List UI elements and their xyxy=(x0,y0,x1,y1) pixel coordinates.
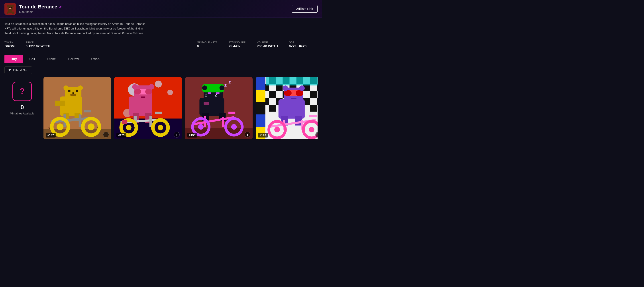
svg-rect-70 xyxy=(216,92,220,94)
nft-171-number: #171 xyxy=(116,133,126,138)
svg-point-80 xyxy=(231,124,237,130)
filter-bar: Filter & Sort xyxy=(0,63,322,77)
svg-rect-9 xyxy=(9,8,11,9)
tab-buy[interactable]: Buy xyxy=(4,55,23,63)
nft-cards-container: 𝓎 𝓎 xyxy=(44,77,318,139)
svg-rect-17 xyxy=(78,86,83,90)
stat-price-value: 0.131102 WETH xyxy=(26,44,50,48)
filter-icon xyxy=(8,68,11,72)
svg-rect-5 xyxy=(7,12,8,14)
svg-text:z: z xyxy=(224,82,227,88)
stat-mintable-value: 0 xyxy=(197,44,217,48)
svg-rect-44 xyxy=(132,84,138,90)
svg-rect-69 xyxy=(208,92,211,94)
svg-point-31 xyxy=(88,124,94,130)
svg-rect-43 xyxy=(145,89,152,94)
stat-staking: Staking APR 25.44% xyxy=(228,41,246,48)
svg-point-37 xyxy=(168,90,173,95)
svg-rect-20 xyxy=(70,94,76,96)
stat-volume-label: Volume xyxy=(257,41,278,44)
svg-rect-56 xyxy=(155,112,162,114)
svg-point-131 xyxy=(309,127,314,132)
stat-token-value: DROM xyxy=(4,44,15,48)
stat-staking-value: 25.44% xyxy=(228,44,246,48)
stat-volume-value: 730.48 WETH xyxy=(257,44,278,48)
mintable-icon-box: ? xyxy=(12,82,32,101)
svg-rect-32 xyxy=(84,110,91,112)
affiliate-link-button[interactable]: Affiliate Link xyxy=(292,5,318,13)
stat-token-label: Token xyxy=(4,41,15,44)
stat-token: Token DROM xyxy=(4,41,15,48)
stat-gbt: GBT 0x79...0e23 xyxy=(289,41,306,48)
svg-rect-81 xyxy=(228,112,235,114)
filter-sort-button[interactable]: Filter & Sort xyxy=(4,66,32,74)
svg-point-29 xyxy=(56,124,64,130)
nft-card-190[interactable]: z z 2 2 xyxy=(185,77,252,139)
tab-swap[interactable]: Swap xyxy=(85,55,106,63)
nft-card-193[interactable]: #193 i xyxy=(256,77,318,139)
svg-rect-67 xyxy=(202,86,207,90)
svg-rect-45 xyxy=(149,84,154,90)
svg-point-53 xyxy=(126,125,132,130)
svg-rect-27 xyxy=(79,114,82,127)
svg-point-78 xyxy=(198,124,204,130)
svg-rect-6 xyxy=(12,12,14,14)
mintable-label: Mintables Available xyxy=(10,112,34,115)
svg-rect-18 xyxy=(68,90,70,92)
svg-rect-19 xyxy=(76,90,78,92)
stat-volume: Volume 730.48 WETH xyxy=(257,41,278,48)
svg-rect-132 xyxy=(309,115,317,117)
svg-rect-4 xyxy=(8,10,12,13)
stat-mintable-label: Mintable NFTs xyxy=(197,41,217,44)
mintable-count: 0 xyxy=(20,104,24,111)
svg-point-129 xyxy=(274,127,280,132)
tab-stake[interactable]: Stake xyxy=(41,55,62,63)
tab-borrow[interactable]: Borrow xyxy=(62,55,85,63)
svg-point-36 xyxy=(155,81,162,88)
stat-price-label: Price xyxy=(26,41,50,44)
svg-rect-71 xyxy=(204,102,209,105)
svg-rect-42 xyxy=(134,89,141,94)
stat-gbt-value: 0x79...0e23 xyxy=(289,44,306,48)
items-count: 6900 Items xyxy=(19,10,62,14)
nft-card-171[interactable]: #171 i xyxy=(114,77,182,139)
filter-sort-label: Filter & Sort xyxy=(13,68,28,72)
stat-mintable: Mintable NFTs 0 xyxy=(197,41,217,48)
svg-rect-97 xyxy=(310,91,317,98)
tab-sell[interactable]: Sell xyxy=(23,55,41,63)
collection-avatar xyxy=(4,3,16,15)
svg-rect-109 xyxy=(256,77,266,90)
tab-bar: Buy Sell Stake Borrow Swap xyxy=(0,51,322,63)
svg-text:2: 2 xyxy=(205,93,207,98)
stats-row: Token DROM Price 0.131102 WETH Mintable … xyxy=(0,38,322,51)
svg-rect-110 xyxy=(256,90,266,102)
collection-title: Tour de Berance ✔ xyxy=(19,4,62,10)
nft-grid-area: ? 0 Mintables Available 𝓎 𝓎 xyxy=(0,77,322,144)
svg-rect-16 xyxy=(64,86,68,90)
mintable-card: ? 0 Mintables Available xyxy=(4,77,40,120)
svg-rect-57 xyxy=(122,120,127,124)
nft-137-number: #137 xyxy=(46,133,56,138)
svg-rect-119 xyxy=(296,90,303,96)
nft-card-137[interactable]: 𝓎 𝓎 xyxy=(44,77,111,139)
svg-text:z: z xyxy=(228,80,231,86)
stat-gbt-label: GBT xyxy=(289,41,306,44)
svg-rect-120 xyxy=(282,86,288,91)
svg-rect-2 xyxy=(7,5,9,7)
svg-rect-21 xyxy=(72,92,74,94)
page-header: Tour de Berance ✔ 6900 Items Affiliate L… xyxy=(0,0,322,18)
svg-rect-7 xyxy=(9,7,10,8)
collection-description: Tour de Berance is a collection of 6,900… xyxy=(0,18,151,38)
svg-rect-122 xyxy=(291,98,296,99)
svg-rect-22 xyxy=(55,101,65,106)
question-mark-icon: ? xyxy=(20,87,24,96)
svg-rect-111 xyxy=(256,102,266,114)
collection-identity: Tour de Berance ✔ 6900 Items xyxy=(4,3,62,15)
svg-rect-114 xyxy=(266,77,318,86)
svg-rect-3 xyxy=(12,5,14,7)
svg-rect-102 xyxy=(317,98,318,105)
stat-staking-label: Staking APR xyxy=(228,41,246,44)
svg-rect-121 xyxy=(299,86,305,91)
svg-rect-46 xyxy=(141,97,145,98)
svg-point-55 xyxy=(158,125,163,130)
